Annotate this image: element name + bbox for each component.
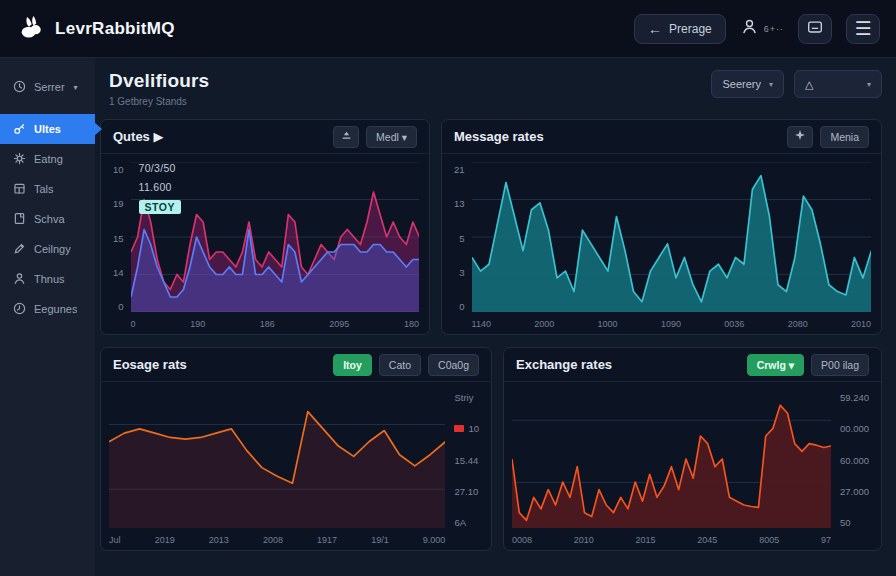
sidebar-item-ceilngy[interactable]: Ceilngy bbox=[0, 234, 95, 264]
sidebar: Serrer▾UltesEatngTalsSchvaCeilngyThnusEe… bbox=[0, 58, 95, 576]
panel-title: Exchange rates bbox=[516, 357, 612, 372]
panel-action-button[interactable]: Menia bbox=[820, 126, 869, 148]
x-tick-label: 2000 bbox=[534, 319, 554, 329]
panel-action-button[interactable]: Itoy bbox=[333, 354, 372, 376]
axis-tick-label: 0 bbox=[118, 301, 123, 312]
sidebar-item-tals[interactable]: Tals bbox=[0, 174, 95, 204]
main-content: Dvelifiours 1 Getbrey Stands Seerery ▾ △… bbox=[95, 58, 896, 576]
overlay-value: 70/3/50 bbox=[139, 162, 181, 174]
panel-action-button[interactable]: C0a0g bbox=[428, 354, 479, 376]
panel-action-button[interactable]: P00 ilag bbox=[811, 354, 869, 376]
inbox-button[interactable] bbox=[798, 14, 832, 44]
panel-actions: Crwlg ▾P00 ilag bbox=[747, 354, 869, 376]
user-menu[interactable]: 6+·· bbox=[740, 17, 784, 40]
y-axis-labels: 2113530 bbox=[450, 162, 472, 312]
sidebar-item-ultes[interactable]: Ultes bbox=[0, 114, 95, 144]
axis-tick-label: 6A bbox=[454, 517, 466, 528]
panel-message-rates: Message rates Menia 21135301140200010001… bbox=[441, 119, 882, 335]
x-tick-label: 97 bbox=[821, 535, 831, 545]
x-tick-label: 19/1 bbox=[371, 535, 389, 545]
message-rates-chart: 21135301140200010001090003620802010 bbox=[442, 154, 881, 334]
clock-icon bbox=[12, 79, 27, 96]
exchange-rates-chart: 59.24000.00060.00027.0005000082010201520… bbox=[504, 382, 881, 550]
x-tick-label: 2013 bbox=[209, 535, 229, 545]
app-root: LevrRabbitMQ ← Prerage 6+·· bbox=[0, 0, 896, 576]
x-tick-label: 2008 bbox=[263, 535, 283, 545]
x-tick-label: 2015 bbox=[636, 535, 656, 545]
sidebar-item-serrer[interactable]: Serrer▾ bbox=[0, 72, 95, 102]
axis-tick-label: Striy bbox=[454, 392, 473, 403]
x-tick-label: 8005 bbox=[759, 535, 779, 545]
x-axis-labels: 1140200010001090003620802010 bbox=[472, 312, 871, 329]
sidebar-item-label: Thnus bbox=[34, 273, 65, 285]
panel-eosage-rates-header: Eosage rats ItoyCatoC0a0g bbox=[101, 348, 491, 382]
sparkle-icon bbox=[793, 128, 807, 145]
sidebar-item-eegunes[interactable]: Eegunes bbox=[0, 294, 95, 324]
pencil-icon bbox=[12, 241, 27, 258]
x-tick-label: 190 bbox=[190, 319, 205, 329]
panel-title: Eosage rats bbox=[113, 357, 187, 372]
axis-tick-label: 27.10 bbox=[454, 486, 478, 497]
sort-up-button[interactable] bbox=[333, 126, 359, 148]
sidebar-item-schva[interactable]: Schva bbox=[0, 204, 95, 234]
user-icon bbox=[12, 271, 27, 288]
page-title-block: Dvelifiours 1 Getbrey Stands bbox=[109, 70, 209, 107]
body-row: Serrer▾UltesEatngTalsSchvaCeilngyThnusEe… bbox=[0, 58, 896, 576]
sidebar-item-eatng[interactable]: Eatng bbox=[0, 144, 95, 174]
topbar: LevrRabbitMQ ← Prerage 6+·· bbox=[0, 0, 896, 58]
panel-queues: Qutes ▶ Medl ▾ 10191514070/3/5011.600STO… bbox=[100, 119, 430, 335]
filter-dropdown-label: Seerery bbox=[722, 78, 761, 90]
chart-plot bbox=[512, 390, 831, 528]
x-axis-labels: 01901862095180 bbox=[131, 312, 419, 329]
back-button[interactable]: ← Prerage bbox=[634, 14, 726, 44]
page-header: Dvelifiours 1 Getbrey Stands Seerery ▾ △… bbox=[109, 70, 882, 107]
panel-actions: ItoyCatoC0a0g bbox=[333, 354, 479, 376]
x-axis-labels: 0008201020152045800597 bbox=[512, 528, 831, 545]
brand-title: LevrRabbitMQ bbox=[55, 19, 175, 39]
axis-tick-label: 50 bbox=[840, 517, 851, 528]
overlay-badge: STOY bbox=[139, 200, 181, 214]
rate-orange-area bbox=[109, 412, 445, 528]
panel-queues-header: Qutes ▶ Medl ▾ bbox=[101, 120, 429, 154]
panel-message-rates-header: Message rates Menia bbox=[442, 120, 881, 154]
back-button-label: Prerage bbox=[669, 22, 712, 36]
clock2-icon bbox=[12, 301, 27, 318]
legend-swatch bbox=[454, 425, 464, 432]
x-tick-label: 0008 bbox=[512, 535, 532, 545]
sidebar-item-label: Ultes bbox=[34, 123, 61, 135]
menu-button[interactable]: ☰ bbox=[846, 14, 880, 44]
panel-action-button[interactable]: Cato bbox=[379, 354, 421, 376]
overlay-value: 11.600 bbox=[139, 181, 181, 193]
sidebar-item-label: Tals bbox=[34, 183, 54, 195]
page-subtitle: 1 Getbrey Stands bbox=[109, 96, 209, 107]
book-icon bbox=[12, 211, 27, 228]
x-tick-label: 1140 bbox=[472, 319, 491, 329]
axis-tick-label: 21 bbox=[454, 164, 465, 175]
hamburger-icon: ☰ bbox=[854, 19, 871, 38]
sparkle-button[interactable] bbox=[787, 126, 813, 148]
key-icon bbox=[12, 121, 27, 138]
axis-tick-label: 60.000 bbox=[840, 455, 869, 466]
x-tick-label: 2045 bbox=[697, 535, 717, 545]
scope-dropdown[interactable]: △ ▾ bbox=[794, 70, 882, 98]
sidebar-item-thnus[interactable]: Thnus bbox=[0, 264, 95, 294]
chevron-down-icon: ▾ bbox=[74, 83, 78, 92]
axis-tick-label: 13 bbox=[454, 198, 465, 209]
message-rate-area bbox=[472, 176, 871, 312]
flask-icon: △ bbox=[805, 78, 813, 91]
axis-tick-label: 59.240 bbox=[840, 392, 869, 403]
rabbit-logo-icon bbox=[18, 13, 45, 44]
panel-actions: Medl ▾ bbox=[333, 126, 417, 148]
right-axis-labels: Striy1015.4427.106A bbox=[445, 390, 481, 528]
page-title: Dvelifiours bbox=[109, 70, 209, 92]
x-tick-label: 2010 bbox=[851, 319, 871, 329]
filter-dropdown[interactable]: Seerery ▾ bbox=[711, 70, 784, 98]
panel-eosage-rates: Eosage rats ItoyCatoC0a0g Striy1015.4427… bbox=[100, 347, 492, 551]
panel-action-button[interactable]: Crwlg ▾ bbox=[747, 354, 804, 376]
axis-tick-label: 5 bbox=[459, 233, 464, 244]
y-axis-labels: 101915140 bbox=[109, 162, 131, 312]
panel-action-button[interactable]: Medl ▾ bbox=[366, 126, 417, 148]
topbar-actions: ← Prerage 6+·· bbox=[634, 14, 880, 44]
x-tick-label: 1000 bbox=[598, 319, 618, 329]
x-axis-labels: Jul201920132008191719/19.000 bbox=[109, 528, 445, 545]
